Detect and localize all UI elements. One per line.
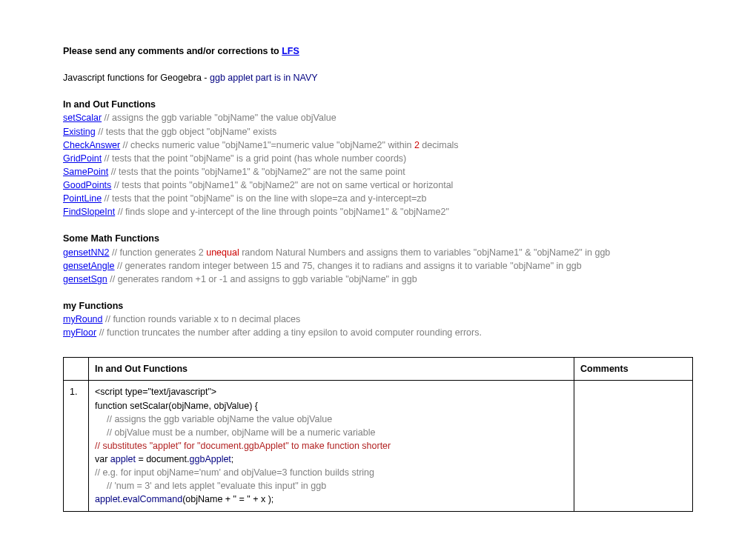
checkanswer-red: 2 — [414, 140, 420, 150]
code-l3: // assigns the ggb variable objName the … — [95, 413, 332, 426]
code-l9d: (objName + " = " + x ); — [182, 494, 273, 504]
code-l6: var applet = document.ggbApplet; — [95, 453, 568, 466]
lfs-link[interactable]: LFS — [282, 46, 299, 56]
gensetnn2-link[interactable]: gensetNN2 — [63, 247, 110, 258]
gensetangle-desc: // generates random integer between 15 a… — [115, 261, 582, 271]
table-header-row: In and Out Functions Comments — [64, 358, 693, 381]
code-l5: // substitutes "applet" for "document.gg… — [95, 439, 568, 453]
code-l9c: evalCommand — [123, 494, 183, 504]
code-l6e: ; — [231, 454, 233, 464]
code-l8: // 'num = 3' and lets applet "evaluate t… — [95, 479, 326, 493]
setscalar-link[interactable]: setScalar — [63, 113, 102, 123]
code-l2: function setScalar(objName, objValue) { — [95, 399, 568, 413]
code-l6d: ggbApplet — [190, 454, 231, 464]
header-inout: In and Out Functions — [89, 358, 574, 381]
title-line: Javascript functions for Geogebra - ggb … — [63, 71, 693, 84]
gensetnn2-desc-post: random Natural Numbers and assigns them … — [239, 247, 611, 258]
inout-heading: In and Out Functions — [63, 98, 693, 111]
gridpoint-desc: // tests that the point "objName" is a g… — [102, 153, 406, 164]
checkanswer-link[interactable]: CheckAnswer — [63, 140, 120, 150]
intro-prefix: Please send any comments and/or correcti… — [63, 46, 282, 56]
setscalar-desc: // assigns the ggb variable "objName" th… — [102, 113, 336, 123]
myfloor-link[interactable]: myFloor — [63, 327, 96, 338]
goodpoints-desc: // tests that points "objName1" & "objNa… — [111, 180, 453, 190]
header-empty — [64, 358, 89, 381]
checkanswer-desc-post: decimals — [420, 140, 459, 150]
comments-cell — [574, 381, 693, 511]
code-l9: applet.evalCommand(objName + " = " + x )… — [95, 493, 568, 506]
findslopeint-desc: // finds slope and y-intercept of the li… — [115, 207, 449, 217]
findslopeint-link[interactable]: FindSlopeInt — [63, 207, 115, 217]
header-comments: Comments — [574, 358, 693, 381]
gensetangle-link[interactable]: gensetAngle — [63, 261, 115, 271]
title-navy: ggb applet part is in NAVY — [210, 73, 318, 83]
math-heading: Some Math Functions — [63, 232, 693, 245]
myround-link[interactable]: myRound — [63, 314, 103, 324]
code-l6b: applet — [110, 454, 136, 464]
row-num: 1. — [64, 381, 89, 511]
title-prefix: Javascript functions for Geogebra - — [63, 73, 210, 83]
pointline-link[interactable]: PointLine — [63, 193, 102, 204]
myfloor-desc: // function truncates the number after a… — [96, 327, 482, 338]
samepoint-link[interactable]: SamePoint — [63, 167, 108, 177]
code-l9a: applet — [95, 494, 120, 504]
code-l6a: var — [95, 454, 110, 464]
existing-desc: // tests that the ggb object "objName" e… — [96, 127, 276, 137]
gensetsgn-link[interactable]: gensetSgn — [63, 274, 107, 284]
gensetnn2-red: unequal — [206, 247, 239, 258]
inout-section: In and Out Functions setScalar // assign… — [63, 98, 693, 218]
intro-line: Please send any comments and/or correcti… — [63, 44, 693, 58]
code-l6c: = document. — [136, 454, 190, 464]
samepoint-desc: // tests that the points "objName1" & "o… — [108, 167, 405, 177]
code-l4: // objValue must be a number, objName wi… — [95, 426, 375, 439]
goodpoints-link[interactable]: GoodPoints — [63, 180, 111, 190]
code-cell: <script type="text/javascript"> function… — [89, 381, 574, 511]
checkanswer-desc-pre: // checks numeric value "objName1"=numer… — [120, 140, 414, 150]
my-heading: my Functions — [63, 299, 693, 313]
code-l1: <script type="text/javascript"> — [95, 385, 568, 398]
existing-link[interactable]: Existing — [63, 127, 96, 137]
my-section: my Functions myRound // function rounds … — [63, 299, 693, 339]
myround-desc: // function rounds variable x to n decim… — [103, 314, 301, 324]
gensetnn2-desc-pre: // function generates 2 — [110, 247, 207, 258]
code-table: In and Out Functions Comments 1. <script… — [63, 357, 693, 511]
code-l7: // e.g. for input objName='num' and objV… — [95, 466, 568, 479]
gridpoint-link[interactable]: GridPoint — [63, 153, 102, 164]
table-row: 1. <script type="text/javascript"> funct… — [64, 381, 693, 511]
math-section: Some Math Functions gensetNN2 // functio… — [63, 232, 693, 286]
pointline-desc: // tests that the point "objName" is on … — [102, 193, 426, 204]
gensetsgn-desc: // generates random +1 or -1 and assigns… — [107, 274, 417, 284]
